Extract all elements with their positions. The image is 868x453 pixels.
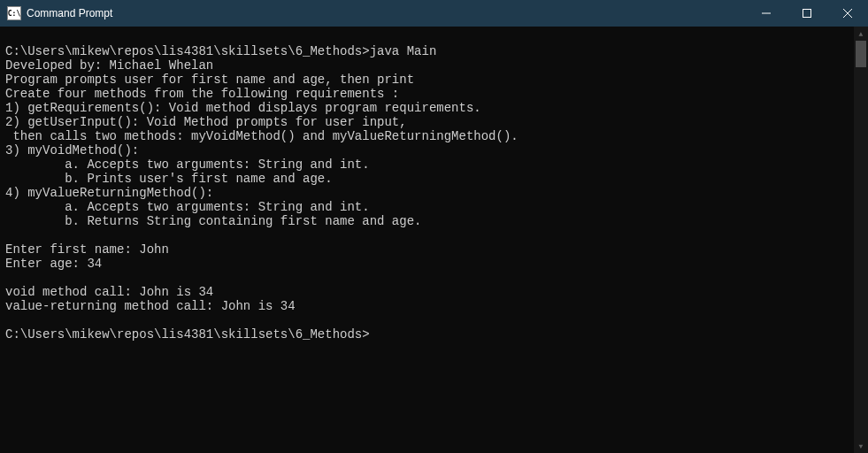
command-prompt-window: C:\ Command Prompt C:\Users\mikew\repos\… [0, 0, 868, 453]
maximize-button[interactable] [787, 0, 827, 27]
terminal-output: C:\Users\mikew\repos\lis4381\skillsets\6… [5, 30, 868, 342]
scroll-down-arrow[interactable]: ▼ [854, 439, 868, 453]
window-controls [746, 0, 868, 27]
scroll-thumb[interactable] [856, 41, 866, 67]
scrollbar[interactable]: ▲ ▼ [854, 27, 868, 453]
minimize-button[interactable] [746, 0, 787, 27]
svg-rect-1 [803, 10, 811, 18]
terminal-body[interactable]: C:\Users\mikew\repos\lis4381\skillsets\6… [0, 27, 868, 453]
close-button[interactable] [827, 0, 868, 27]
scroll-up-arrow[interactable]: ▲ [854, 27, 868, 41]
titlebar[interactable]: C:\ Command Prompt [0, 0, 868, 27]
app-icon: C:\ [7, 6, 21, 20]
window-title: Command Prompt [27, 7, 746, 19]
